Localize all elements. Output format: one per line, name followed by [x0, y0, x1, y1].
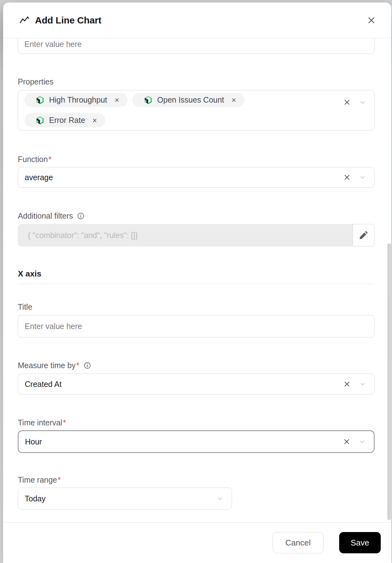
- chevron-down-icon: [359, 173, 367, 181]
- chevron-down-icon: [216, 495, 224, 503]
- required-mark: *: [58, 475, 61, 484]
- function-dropdown-chevron[interactable]: [359, 173, 367, 181]
- properties-clear-button[interactable]: [343, 98, 351, 106]
- properties-multiselect[interactable]: High Throughput Open Issues Count Error …: [18, 90, 374, 131]
- property-chip: Open Issues Count: [133, 93, 244, 107]
- y-axis-value-input[interactable]: [18, 38, 374, 54]
- title-label: Title: [18, 302, 374, 312]
- pencil-icon: [359, 231, 368, 240]
- function-clear-button[interactable]: [343, 173, 351, 181]
- time-interval-label-text: Time interval: [18, 418, 62, 427]
- dialog-title: Add Line Chart: [35, 15, 101, 26]
- close-button[interactable]: [365, 14, 378, 27]
- time-range-label: Time range*: [18, 475, 374, 484]
- time-range-select[interactable]: Today: [18, 488, 232, 510]
- time-interval-dropdown-chevron[interactable]: [358, 438, 366, 446]
- properties-label-text: Properties: [18, 77, 53, 86]
- x-icon: [343, 173, 351, 181]
- time-interval-value: Hour: [25, 437, 42, 446]
- filters-json-input: [18, 224, 353, 246]
- properties-label: Properties: [18, 77, 374, 86]
- required-mark: *: [76, 361, 79, 370]
- property-chip-label: High Throughput: [49, 95, 107, 104]
- function-label-text: Function: [18, 155, 48, 164]
- entity-cube-icon: [36, 116, 44, 125]
- required-mark: *: [63, 418, 66, 427]
- scrollbar-thumb[interactable]: [387, 243, 391, 520]
- dialog-header: Add Line Chart: [3, 3, 391, 38]
- entity-cube-icon: [36, 96, 44, 104]
- cancel-button[interactable]: Cancel: [273, 532, 324, 553]
- x-icon: [343, 380, 351, 388]
- additional-filters-field: [18, 224, 374, 246]
- x-axis-title-input[interactable]: [18, 315, 374, 337]
- edit-filters-button[interactable]: [353, 224, 374, 246]
- chip-remove-icon[interactable]: [92, 117, 98, 124]
- chevron-down-icon: [358, 438, 366, 446]
- dialog-body: Properties High Throughput Open Issues C…: [3, 38, 391, 510]
- required-mark: *: [48, 155, 52, 164]
- measure-time-by-label-text: Measure time by: [18, 361, 76, 370]
- property-chip: Error Rate: [24, 113, 105, 127]
- chip-remove-icon[interactable]: [114, 97, 120, 103]
- entity-cube-icon: [144, 96, 153, 104]
- additional-filters-label-text: Additional filters: [18, 211, 73, 221]
- add-line-chart-dialog: Add Line Chart Properties High Throughpu…: [3, 3, 391, 563]
- close-icon: [367, 16, 376, 25]
- time-range-label-text: Time range: [18, 475, 57, 484]
- property-chip: High Throughput: [24, 93, 128, 107]
- time-range-value: Today: [25, 494, 46, 503]
- measure-time-by-value: Created At: [25, 380, 62, 389]
- property-chip-label: Open Issues Count: [157, 95, 224, 104]
- measure-time-by-select[interactable]: Created At: [18, 373, 374, 395]
- chip-remove-icon[interactable]: [231, 97, 237, 103]
- dialog-footer: Cancel Save: [3, 522, 391, 563]
- chevron-down-icon: [359, 98, 367, 106]
- time-interval-select[interactable]: Hour: [18, 430, 374, 453]
- function-label: Function*: [18, 155, 374, 164]
- additional-filters-label: Additional filters: [18, 211, 374, 221]
- title-label-text: Title: [18, 302, 32, 312]
- measure-time-by-dropdown-chevron[interactable]: [359, 380, 367, 388]
- section-divider: [18, 284, 374, 284]
- x-icon: [343, 438, 351, 446]
- line-chart-icon: [19, 15, 29, 25]
- time-range-dropdown-chevron[interactable]: [216, 495, 224, 503]
- property-chip-label: Error Rate: [49, 116, 85, 125]
- function-value: average: [25, 173, 53, 182]
- measure-time-by-label: Measure time by*: [18, 361, 374, 370]
- save-button[interactable]: Save: [339, 532, 381, 553]
- x-icon: [343, 98, 351, 106]
- time-interval-label: Time interval*: [18, 418, 374, 427]
- info-icon[interactable]: [77, 212, 84, 220]
- x-axis-section-heading: X axis: [18, 269, 374, 279]
- chevron-down-icon: [359, 380, 367, 388]
- properties-dropdown-chevron[interactable]: [359, 98, 367, 106]
- info-icon[interactable]: [84, 362, 91, 369]
- time-interval-clear-button[interactable]: [343, 438, 351, 446]
- function-select[interactable]: average: [18, 167, 374, 188]
- measure-time-by-clear-button[interactable]: [343, 380, 351, 388]
